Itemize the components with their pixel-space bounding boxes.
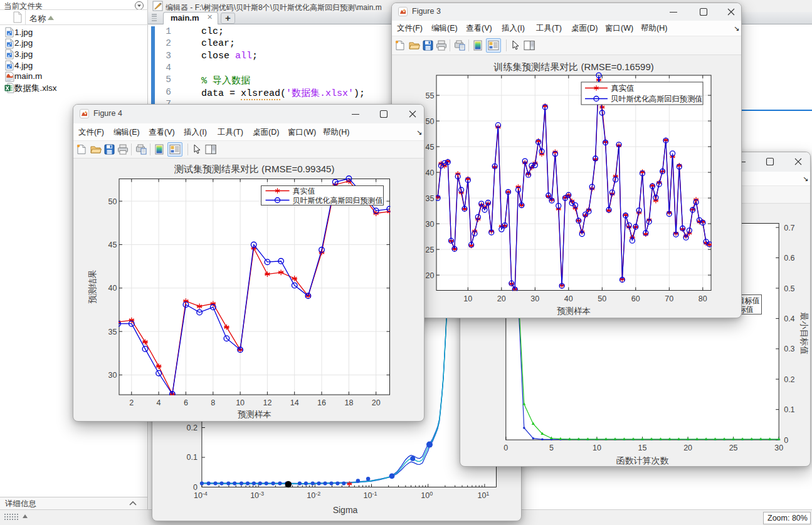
svg-text:测试集预测结果对比 (RMSE=0.99345): 测试集预测结果对比 (RMSE=0.99345)	[174, 164, 334, 174]
svg-text:预测结果: 预测结果	[88, 270, 97, 304]
svg-text:25: 25	[426, 246, 435, 254]
svg-text:12: 12	[263, 398, 272, 407]
svg-text:10: 10	[593, 444, 601, 452]
svg-text:10: 10	[463, 294, 472, 303]
svg-text:0: 0	[504, 444, 508, 452]
svg-text:0.5: 0.5	[784, 284, 794, 293]
svg-text:14: 14	[290, 398, 299, 407]
svg-text:真实值: 真实值	[293, 187, 315, 195]
svg-text:45: 45	[108, 241, 117, 249]
svg-text:0.7: 0.7	[784, 224, 794, 232]
svg-text:35: 35	[426, 194, 435, 203]
svg-text:0: 0	[193, 483, 198, 492]
svg-text:10: 10	[236, 398, 245, 407]
svg-text:30: 30	[774, 444, 783, 452]
svg-text:20: 20	[683, 444, 692, 452]
svg-text:30: 30	[426, 220, 435, 229]
svg-text:0.1: 0.1	[187, 453, 198, 462]
svg-text:贝叶斯优化高斯回归预测值: 贝叶斯优化高斯回归预测值	[611, 95, 702, 103]
svg-text:8: 8	[211, 398, 215, 407]
svg-text:2: 2	[129, 398, 134, 407]
svg-text:函数计算次数: 函数计算次数	[616, 455, 669, 465]
svg-text:101: 101	[477, 491, 489, 500]
svg-text:贝叶斯优化高斯回归预测值: 贝叶斯优化高斯回归预测值	[293, 196, 383, 205]
svg-text:10-1: 10-1	[364, 491, 377, 500]
svg-text:Sigma: Sigma	[333, 505, 358, 515]
svg-text:70: 70	[665, 294, 673, 303]
svg-text:40: 40	[426, 169, 435, 177]
svg-text:真实值: 真实值	[611, 84, 635, 93]
svg-text:10-2: 10-2	[307, 491, 320, 500]
svg-text:0.2: 0.2	[784, 375, 794, 384]
svg-text:最小目标值: 最小目标值	[799, 312, 809, 355]
svg-text:4: 4	[157, 398, 161, 407]
svg-text:50: 50	[426, 117, 435, 126]
svg-text:40: 40	[564, 294, 573, 303]
svg-text:0: 0	[784, 436, 788, 445]
svg-text:40: 40	[108, 284, 117, 293]
svg-text:6: 6	[184, 398, 188, 407]
svg-text:45: 45	[426, 143, 435, 152]
svg-text:0.6: 0.6	[784, 254, 794, 262]
svg-text:预测样本: 预测样本	[238, 410, 272, 419]
svg-text:15: 15	[638, 444, 647, 452]
svg-text:25: 25	[729, 444, 738, 452]
svg-text:训练集预测结果对比 (RMSE=0.16599): 训练集预测结果对比 (RMSE=0.16599)	[493, 61, 653, 72]
svg-text:20: 20	[497, 294, 506, 303]
svg-text:20: 20	[372, 398, 381, 407]
svg-text:10-3: 10-3	[250, 491, 264, 500]
svg-text:30: 30	[108, 371, 117, 380]
svg-text:16: 16	[317, 398, 326, 407]
svg-text:50: 50	[108, 197, 117, 206]
svg-text:80: 80	[699, 294, 707, 303]
svg-text:50: 50	[598, 294, 606, 303]
svg-text:100: 100	[421, 491, 433, 500]
svg-text:30: 30	[530, 294, 539, 303]
svg-text:预测样本: 预测样本	[557, 306, 591, 316]
svg-text:5: 5	[549, 444, 554, 452]
svg-text:0.4: 0.4	[784, 314, 794, 323]
svg-text:35: 35	[108, 328, 117, 336]
svg-text:0.1: 0.1	[784, 405, 794, 414]
svg-text:55: 55	[426, 91, 435, 100]
svg-text:20: 20	[426, 271, 435, 280]
svg-text:0.3: 0.3	[784, 345, 794, 353]
svg-text:18: 18	[344, 398, 353, 407]
svg-text:0.2: 0.2	[187, 424, 198, 432]
svg-text:10-4: 10-4	[194, 491, 208, 500]
svg-text:60: 60	[631, 294, 640, 303]
